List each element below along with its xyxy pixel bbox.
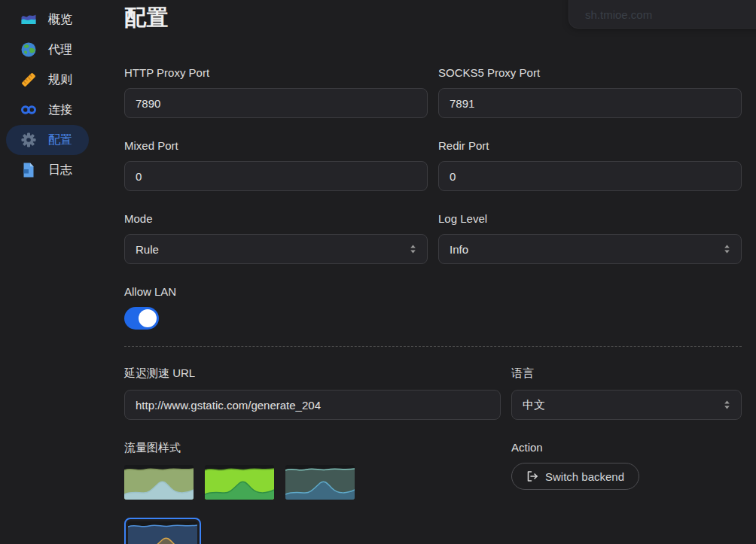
allow-lan-label: Allow LAN bbox=[124, 285, 742, 298]
area-chart-icon bbox=[20, 11, 37, 28]
http-port-input[interactable] bbox=[124, 88, 428, 118]
allow-lan-toggle[interactable] bbox=[124, 307, 159, 330]
sidebar-item-proxies[interactable]: 代理 bbox=[6, 35, 89, 65]
language-label: 语言 bbox=[511, 366, 742, 381]
chevron-updown-icon bbox=[408, 244, 418, 255]
sidebar-item-label: 连接 bbox=[48, 102, 72, 118]
sidebar-item-overview[interactable]: 概览 bbox=[6, 5, 89, 35]
action-label: Action bbox=[511, 441, 742, 454]
chart-style-selected-frame bbox=[124, 518, 201, 544]
sidebar: 概览 代理 规则 bbox=[0, 5, 120, 185]
redir-port-label: Redir Port bbox=[438, 139, 742, 152]
toggle-knob bbox=[139, 309, 157, 327]
latency-url-input[interactable] bbox=[124, 390, 501, 420]
section-divider bbox=[124, 346, 742, 347]
switch-backend-label: Switch backend bbox=[545, 470, 624, 483]
log-level-label: Log Level bbox=[438, 212, 742, 225]
allow-lan-field: Allow LAN bbox=[124, 285, 742, 333]
redir-port-field: Redir Port bbox=[438, 139, 742, 191]
log-level-field: Log Level Info bbox=[438, 212, 742, 264]
socks-port-field: SOCKS5 Proxy Port bbox=[438, 66, 742, 118]
page-title: 配置 bbox=[124, 3, 742, 33]
ruler-icon bbox=[20, 71, 37, 88]
log-level-select-value: Info bbox=[450, 243, 468, 256]
socks-port-label: SOCKS5 Proxy Port bbox=[438, 66, 742, 79]
sidebar-item-label: 配置 bbox=[48, 132, 72, 148]
switch-backend-button[interactable]: Switch backend bbox=[511, 463, 639, 490]
chevron-updown-icon bbox=[722, 400, 732, 411]
socks-port-input[interactable] bbox=[438, 88, 742, 118]
redir-port-input[interactable] bbox=[438, 161, 742, 191]
mixed-port-field: Mixed Port bbox=[124, 139, 428, 191]
mode-field: Mode Rule bbox=[124, 212, 428, 264]
sidebar-item-config[interactable]: 配置 bbox=[6, 125, 89, 155]
chart-style-field: 流量图样式 bbox=[124, 441, 501, 544]
http-port-label: HTTP Proxy Port bbox=[124, 66, 428, 79]
language-select[interactable]: 中文 bbox=[511, 390, 742, 420]
chart-style-thumb-slate-teal[interactable] bbox=[285, 465, 355, 500]
http-port-field: HTTP Proxy Port bbox=[124, 66, 428, 118]
mixed-port-label: Mixed Port bbox=[124, 139, 428, 152]
links-icon bbox=[20, 102, 37, 118]
logout-icon bbox=[526, 470, 538, 482]
action-field: Action Switch backend bbox=[511, 441, 742, 544]
language-field: 语言 中文 bbox=[511, 366, 742, 420]
gear-icon bbox=[20, 132, 37, 148]
sidebar-item-label: 日志 bbox=[48, 163, 72, 178]
language-select-value: 中文 bbox=[523, 398, 545, 412]
chart-style-thumb-navy[interactable] bbox=[128, 521, 197, 544]
latency-url-field: 延迟测速 URL bbox=[124, 366, 501, 420]
latency-url-label: 延迟测速 URL bbox=[124, 366, 501, 381]
log-level-select[interactable]: Info bbox=[438, 234, 742, 264]
mode-select[interactable]: Rule bbox=[124, 234, 428, 264]
sidebar-item-label: 代理 bbox=[48, 42, 72, 58]
sidebar-item-rules[interactable]: 规则 bbox=[6, 65, 89, 95]
document-icon bbox=[20, 162, 37, 178]
mode-label: Mode bbox=[124, 212, 428, 225]
mixed-port-input[interactable] bbox=[124, 161, 428, 191]
sidebar-item-connections[interactable]: 连接 bbox=[6, 95, 89, 125]
chart-style-label: 流量图样式 bbox=[124, 441, 501, 455]
mode-select-value: Rule bbox=[136, 243, 159, 256]
chevron-updown-icon bbox=[722, 244, 732, 255]
chart-style-thumb-sage[interactable] bbox=[124, 465, 194, 500]
globe-icon bbox=[20, 41, 37, 58]
sidebar-item-label: 概览 bbox=[48, 12, 72, 28]
sidebar-item-logs[interactable]: 日志 bbox=[6, 155, 89, 185]
config-page: 配置 HTTP Proxy Port SOCKS5 Proxy Port Mix… bbox=[124, 0, 742, 544]
chart-style-thumb-lime[interactable] bbox=[205, 465, 274, 500]
sidebar-item-label: 规则 bbox=[48, 72, 72, 88]
chart-style-options bbox=[124, 465, 501, 544]
